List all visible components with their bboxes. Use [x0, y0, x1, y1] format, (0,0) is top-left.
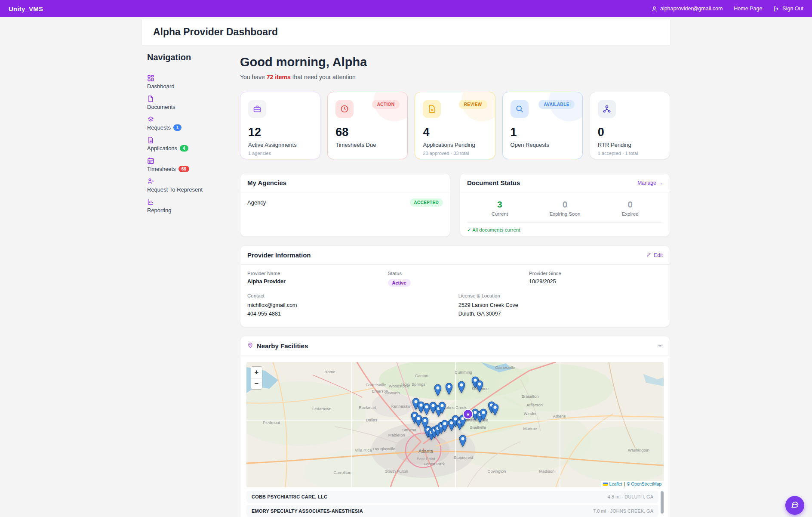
pencil-icon — [646, 252, 652, 258]
chat-button[interactable] — [785, 496, 804, 515]
doc-stat-current: 3 Current — [467, 199, 532, 217]
stat-sub: 1 accepted · 1 total — [598, 151, 662, 156]
facilities-scrollbar[interactable] — [661, 491, 664, 514]
map-town-label: Cedartown — [312, 406, 332, 411]
home-page-link[interactable]: Home Page — [734, 6, 762, 12]
facility-marker-icon[interactable] — [434, 384, 442, 396]
chat-icon — [790, 500, 799, 511]
document-status-title: Document Status — [467, 179, 520, 186]
facility-row[interactable]: COBB PSYCHIATRIC CARE, LLC 4.8 mi · DULU… — [246, 491, 658, 503]
facility-marker-icon[interactable] — [458, 381, 465, 393]
chevron-down-icon[interactable] — [657, 343, 663, 350]
facility-marker-icon[interactable] — [492, 403, 499, 415]
facility-marker-icon[interactable] — [476, 380, 483, 392]
stat-label: Timesheets Due — [335, 142, 400, 148]
stat-label: Open Requests — [511, 142, 575, 148]
map-town-label: Smyrna — [402, 427, 416, 432]
facility-marker-icon[interactable] — [441, 420, 448, 432]
stat-sub: 20 approved · 33 total — [423, 151, 487, 156]
map-town-label: Athens — [553, 414, 566, 418]
zoom-in-button[interactable]: + — [251, 367, 262, 378]
sidebar-item-label: Request To Represent — [147, 186, 203, 193]
sidebar-navigation: Navigation Dashboard Documents Requests … — [142, 53, 228, 517]
nearby-facilities-title: Nearby Facilities — [257, 342, 308, 350]
sign-out-link[interactable]: Sign Out — [773, 6, 803, 12]
doc-stat-label: Current — [467, 211, 532, 217]
stat-card-active-assignments[interactable]: 12 Active Assignments 1 agencies — [240, 92, 320, 159]
map-town-label: Winder — [524, 411, 537, 416]
briefcase-icon — [248, 100, 266, 118]
document-status-panel: Document Status Manage → 3 Current 0 Exp… — [460, 173, 670, 237]
stat-label: Applications Pending — [423, 142, 487, 148]
map-town-label: Braselton — [522, 393, 539, 398]
map-town-label: Atlanta — [418, 449, 433, 454]
leaflet-link[interactable]: Leaflet — [609, 482, 622, 486]
map-town-label: Dallas — [366, 417, 377, 422]
status-badge: ACTION — [372, 100, 400, 109]
clock-icon — [335, 100, 354, 118]
provider-name-value: Alpha Provider — [247, 279, 286, 285]
doc-stat-expiring-soon: 0 Expiring Soon — [532, 199, 598, 217]
sidebar-item-request-to-represent[interactable]: Request To Represent — [147, 178, 228, 193]
user-account[interactable]: alphaprovider@gmail.com — [651, 6, 723, 12]
stat-value: 68 — [335, 126, 400, 139]
sidebar-item-reporting[interactable]: Reporting — [147, 198, 228, 214]
map-pin-icon — [247, 342, 253, 350]
map-town-label: Mableton — [388, 432, 405, 437]
sidebar-item-timesheets[interactable]: Timesheets 68 — [147, 157, 228, 172]
map-town-label: Kennesaw — [391, 403, 410, 408]
facility-marker-icon[interactable] — [415, 415, 422, 427]
map-zoom-controls: + − — [251, 366, 262, 390]
sidebar-item-label: Documents — [147, 104, 175, 110]
contact-field: Contact michflox@gmail.com404-955-4881 — [247, 293, 297, 318]
greeting-title: Good morning, Alpha — [240, 55, 670, 69]
facility-marker-icon[interactable] — [459, 435, 467, 447]
attention-count: 72 items — [267, 74, 291, 80]
map-attribution: Leaflet | © OpenStreetMap — [601, 481, 664, 487]
user-email: alphaprovider@gmail.com — [660, 6, 723, 12]
zoom-out-button[interactable]: − — [251, 378, 262, 389]
active-status-badge: Active — [388, 279, 411, 287]
facilities-map[interactable]: RomeCantonHolly SpringsCummingGainesvill… — [246, 362, 664, 487]
provider-since-field: Provider Since 10/29/2025 — [529, 271, 561, 285]
main-content: Good morning, Alpha You have 72 items th… — [240, 53, 670, 517]
stat-card-applications-pending[interactable]: REVIEW 4 Applications Pending 20 approve… — [415, 92, 495, 159]
user-icon — [651, 6, 658, 12]
sidebar-item-label: Dashboard — [147, 83, 175, 90]
facility-marker-icon[interactable] — [438, 402, 446, 414]
sidebar-item-label: Timesheets — [147, 166, 176, 172]
map-town-label: Canton — [415, 373, 428, 378]
agency-name: Agency — [247, 199, 266, 206]
map-town-label: Rome — [324, 369, 335, 374]
edit-provider-link[interactable]: Edit — [646, 252, 663, 258]
sidebar-item-requests[interactable]: Requests 1 — [147, 116, 228, 131]
facility-row[interactable]: EMORY SPECIALTY ASSOCIATES-ANESTHESIA 7.… — [246, 505, 658, 517]
openstreetmap-link[interactable]: © OpenStreetMap — [627, 482, 661, 486]
doc-stat-value: 0 — [597, 199, 663, 210]
requests-count-badge: 1 — [173, 124, 182, 131]
stat-card-rtr-pending[interactable]: 0 RTR Pending 1 accepted · 1 total — [590, 92, 670, 159]
doc-stat-value: 0 — [532, 199, 598, 210]
agency-row[interactable]: Agency ACCEPTED — [247, 198, 443, 207]
stat-value: 12 — [248, 126, 312, 139]
sidebar-item-documents[interactable]: Documents — [147, 95, 228, 110]
sidebar-item-applications[interactable]: Applications 4 — [147, 136, 228, 152]
provider-information-panel: Provider Information Edit Provider Name … — [240, 245, 670, 327]
map-town-label: Snellville — [470, 425, 486, 430]
facility-marker-icon[interactable] — [446, 383, 453, 395]
provider-home-marker-icon[interactable]: ★ — [463, 409, 473, 419]
topbar: Unity_VMS alphaprovider@gmail.com Home P… — [0, 0, 812, 17]
manage-documents-link[interactable]: Manage → — [637, 180, 663, 186]
facility-marker-icon[interactable] — [480, 409, 487, 421]
page-header: Alpha Provider Dashboard — [142, 19, 670, 45]
agency-status-badge: ACCEPTED — [410, 198, 443, 207]
stat-card-open-requests[interactable]: AVAILABLE 1 Open Requests — [502, 92, 583, 159]
document-icon — [147, 95, 228, 103]
timesheets-count-badge: 68 — [178, 166, 189, 172]
map-town-label: Jefferson — [526, 402, 543, 407]
search-icon — [511, 100, 529, 118]
stat-card-timesheets-due[interactable]: ACTION 68 Timesheets Due — [327, 92, 408, 159]
divider — [467, 222, 663, 223]
sidebar-item-dashboard[interactable]: Dashboard — [147, 74, 228, 90]
facility-name: COBB PSYCHIATRIC CARE, LLC — [252, 494, 327, 499]
